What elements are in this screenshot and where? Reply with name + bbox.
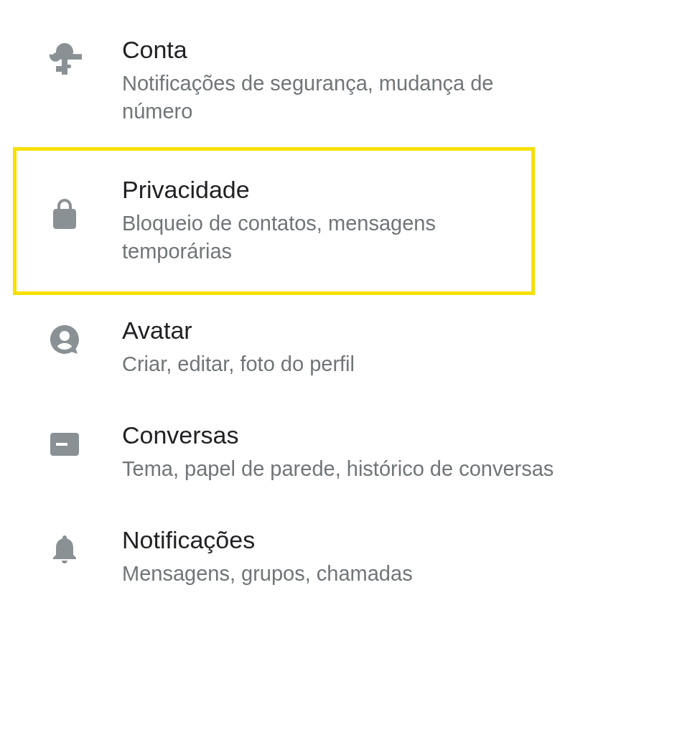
- settings-item-title: Conversas: [122, 421, 671, 449]
- settings-item-description: Bloqueio de contatos, mensagens temporár…: [122, 210, 503, 266]
- settings-item-title: Notificações: [122, 526, 671, 554]
- settings-item-chats[interactable]: Conversas Tema, papel de parede, históri…: [0, 400, 700, 505]
- settings-item-text: Conversas Tema, papel de parede, históri…: [122, 421, 671, 483]
- settings-item-notifications[interactable]: Notificações Mensagens, grupos, chamadas: [0, 505, 700, 609]
- settings-item-title: Conta: [122, 36, 671, 64]
- settings-item-account[interactable]: Conta Notificações de segurança, mudança…: [0, 14, 700, 147]
- settings-item-text: Avatar Criar, editar, foto do perfil: [122, 317, 671, 378]
- settings-item-text: Privacidade Bloqueio de contatos, mensag…: [122, 176, 503, 266]
- settings-list: Conta Notificações de segurança, mudança…: [0, 14, 700, 609]
- settings-item-title: Privacidade: [122, 176, 503, 204]
- avatar-icon: [43, 322, 86, 357]
- settings-item-text: Notificações Mensagens, grupos, chamadas: [122, 526, 671, 588]
- settings-item-privacy[interactable]: Privacidade Bloqueio de contatos, mensag…: [13, 147, 535, 294]
- key-icon: [43, 42, 86, 76]
- settings-item-title: Avatar: [122, 317, 671, 345]
- settings-item-avatar[interactable]: Avatar Criar, editar, foto do perfil: [0, 295, 700, 400]
- settings-item-description: Criar, editar, foto do perfil: [122, 350, 567, 378]
- settings-item-description: Tema, papel de parede, histórico de conv…: [122, 455, 567, 483]
- settings-item-text: Conta Notificações de segurança, mudança…: [122, 36, 671, 126]
- settings-item-description: Mensagens, grupos, chamadas: [122, 560, 567, 588]
- chat-icon: [43, 427, 86, 462]
- settings-item-description: Notificações de segurança, mudança de nú…: [122, 70, 567, 126]
- lock-icon: [43, 197, 86, 232]
- bell-icon: [43, 532, 86, 566]
